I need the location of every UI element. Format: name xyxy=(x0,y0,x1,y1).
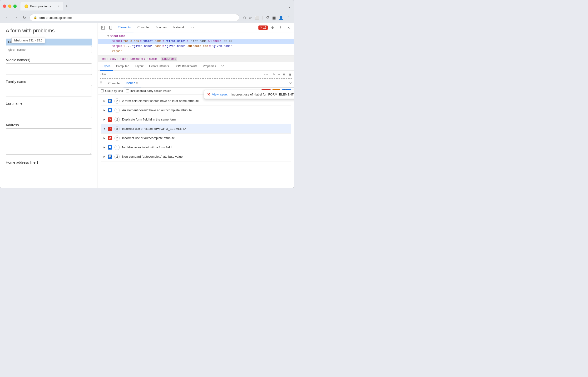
view-issue-link[interactable]: View issue: xyxy=(212,93,228,96)
issue-row[interactable]: ▶ ✕ 2 Duplicate form field id in the sam… xyxy=(101,115,291,124)
issue-icon-info: 💬 xyxy=(108,99,112,103)
issue-icon-error: ✕ xyxy=(108,127,112,131)
back-button[interactable]: ← xyxy=(4,14,11,21)
html-panel: ▼ <section> <label for class="name" name… xyxy=(98,32,294,56)
issue-row[interactable]: ▶ 💬 1 No label associated with a form fi… xyxy=(101,143,291,152)
issue-count-badge: 1 xyxy=(114,145,120,150)
more-options-button[interactable]: ⋮ xyxy=(277,24,284,31)
issue-text: A form field element should have an id o… xyxy=(122,99,288,103)
styles-tab-styles[interactable]: Styles xyxy=(100,62,113,71)
family-name-input[interactable] xyxy=(6,85,92,96)
profile-icon[interactable]: 👤 xyxy=(279,15,283,20)
more-tabs-button[interactable]: >> xyxy=(189,26,196,29)
issue-text: Duplicate form field id in the same form xyxy=(122,118,288,121)
group-by-kind-checkbox[interactable] xyxy=(101,89,104,92)
tab-network[interactable]: Network xyxy=(171,23,188,32)
tab-favicon: 😐 xyxy=(24,4,28,8)
svg-point-2 xyxy=(110,29,111,29)
group-by-kind-checkbox-label[interactable]: Group by kind xyxy=(101,89,123,93)
minimize-window-button[interactable] xyxy=(8,4,11,8)
address-bar: ← → ↻ 🔒 form-problems.glitch.me ⎙ ☆ ⬜ | … xyxy=(0,12,294,23)
issue-count-badge: 2 xyxy=(114,117,120,122)
styles-tab-event-listeners[interactable]: Event Listeners xyxy=(146,62,172,71)
active-tab[interactable]: 😐 Form problems × xyxy=(21,2,63,11)
close-tab-button[interactable]: × xyxy=(58,4,59,8)
more-options-icon[interactable]: ⋮ xyxy=(286,15,290,20)
third-party-text: Include third-party cookie issues xyxy=(130,89,171,93)
middle-name-input[interactable] xyxy=(6,63,92,75)
cls-button[interactable]: .cls xyxy=(270,72,276,76)
expand-section-icon[interactable]: ▼ xyxy=(107,34,109,39)
styles-tab-layout[interactable]: Layout xyxy=(132,62,146,71)
filter-actions: :hov .cls + ⊟ ▦ xyxy=(262,72,292,76)
browser-window: 😐 Form problems × + ⌄ ← → ↻ 🔒 form-probl… xyxy=(0,0,294,188)
grid-icon-button[interactable]: ▦ xyxy=(288,72,292,76)
third-party-checkbox[interactable] xyxy=(126,89,129,92)
bottom-panel-tabs: ⠿ Console Issues × ✕ xyxy=(98,79,294,88)
issue-expand-arrow[interactable]: ▶ xyxy=(103,155,105,158)
third-party-checkbox-label[interactable]: Include third-party cookie issues xyxy=(126,89,171,93)
breadcrumb-form[interactable]: form#form-1 xyxy=(129,57,146,61)
bottom-tab-issues[interactable]: Issues × xyxy=(124,79,141,87)
tab-elements[interactable]: Elements xyxy=(115,23,134,32)
bookmark-icon[interactable]: ☆ xyxy=(249,15,252,20)
more-styles-tabs-button[interactable]: >> xyxy=(219,64,226,71)
close-window-button[interactable] xyxy=(3,4,6,8)
address-input[interactable]: 🔒 form-problems.glitch.me xyxy=(30,14,239,21)
issue-row-selected[interactable]: ▶ ✕ 8 Incorrect use of <label for=FORM_E… xyxy=(101,124,291,134)
forward-button[interactable]: → xyxy=(12,14,19,21)
tab-menu-button[interactable]: ⌄ xyxy=(288,4,291,9)
new-tab-button[interactable]: + xyxy=(63,3,70,10)
bottom-tab-console[interactable]: Console xyxy=(105,79,123,87)
device-toolbar-button[interactable] xyxy=(107,24,114,31)
breadcrumb-body[interactable]: body xyxy=(109,57,117,61)
html-label-line[interactable]: <label for class="name" name="first-name… xyxy=(98,39,294,44)
flask-icon[interactable]: ⚗ xyxy=(266,15,269,20)
styles-tab-properties[interactable]: Properties xyxy=(200,62,219,71)
settings-button[interactable]: ⚙ xyxy=(269,24,276,31)
extension-icon[interactable]: ⬜ xyxy=(255,15,259,20)
issue-row[interactable]: ▶ ✕ 2 Incorrect use of autocomplete attr… xyxy=(101,134,291,143)
issue-expand-arrow[interactable]: ▶ xyxy=(103,128,106,130)
issue-count-badge: 1 xyxy=(114,108,120,113)
html-section-tag: ▼ <section> xyxy=(98,34,294,39)
toggle-icon-button[interactable]: ⊟ xyxy=(282,72,286,76)
breadcrumb-section[interactable]: section xyxy=(148,57,159,61)
address-input[interactable] xyxy=(6,128,92,154)
issue-expand-arrow[interactable]: ▶ xyxy=(103,100,105,102)
first-name-input[interactable] xyxy=(6,46,92,53)
devtools-panel: Elements Console Sources Network >> ✕ 12… xyxy=(98,23,294,188)
traffic-lights xyxy=(3,4,17,8)
breadcrumb-html[interactable]: html xyxy=(100,57,107,61)
close-issues-tab-button[interactable]: × xyxy=(136,82,137,84)
tab-sources[interactable]: Sources xyxy=(153,23,170,32)
close-bottom-panel-button[interactable]: ✕ xyxy=(289,81,292,85)
home-address-label: Home address line 1 xyxy=(6,160,92,164)
home-address-section: Home address line 1 xyxy=(6,160,92,164)
styles-tab-dom-breakpoints[interactable]: DOM Breakpoints xyxy=(172,62,200,71)
sidebar-icon[interactable]: ▣ xyxy=(272,15,276,20)
issue-expand-arrow[interactable]: ▶ xyxy=(103,146,105,149)
issue-row[interactable]: ▶ 💬 2 Non-standard `autocomplete` attrib… xyxy=(101,152,291,162)
issue-expand-arrow[interactable]: ▶ xyxy=(103,118,105,121)
title-bar: 😐 Form problems × + ⌄ xyxy=(0,0,294,12)
add-style-button[interactable]: + xyxy=(277,72,281,76)
issues-panel: ▶ 💬 2 A form field element should have a… xyxy=(98,94,294,188)
last-name-input[interactable] xyxy=(6,107,92,118)
close-devtools-button[interactable]: ✕ xyxy=(285,24,292,31)
hov-button[interactable]: :hov xyxy=(262,72,269,76)
issue-expand-arrow[interactable]: ▶ xyxy=(103,137,105,139)
issue-expand-arrow[interactable]: ▶ xyxy=(103,109,105,111)
share-icon[interactable]: ⎙ xyxy=(243,15,246,20)
breadcrumb-label[interactable]: label.name xyxy=(161,57,177,61)
tab-console[interactable]: Console xyxy=(135,23,152,32)
lock-icon: 🔒 xyxy=(34,16,37,19)
styles-tab-computed[interactable]: Computed xyxy=(113,62,132,71)
middle-name-label: Middle name(s) xyxy=(6,58,92,62)
issue-row[interactable]: ▶ 💬 1 An element doesn't have an autocom… xyxy=(101,106,291,115)
filter-input[interactable] xyxy=(100,73,260,76)
breadcrumb-main[interactable]: main xyxy=(119,57,127,61)
inspect-element-button[interactable] xyxy=(100,24,106,31)
refresh-button[interactable]: ↻ xyxy=(21,14,28,21)
maximize-window-button[interactable] xyxy=(13,4,17,8)
